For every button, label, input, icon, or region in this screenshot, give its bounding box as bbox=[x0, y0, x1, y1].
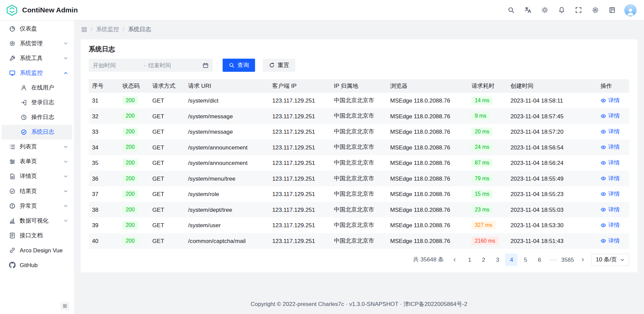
sidebar-item-system-tools[interactable]: 系统工具 bbox=[2, 51, 72, 66]
search-button[interactable] bbox=[504, 3, 518, 16]
pagination-next-button[interactable] bbox=[577, 254, 588, 266]
page-button-6[interactable]: 6 bbox=[533, 254, 546, 266]
reset-button[interactable]: 重置 bbox=[263, 59, 296, 72]
column-header: 请求耗时 bbox=[468, 79, 507, 92]
page-ellipsis[interactable]: ··· bbox=[547, 254, 560, 266]
footer-copyright: Copyright © 2022-present Charles7c · v1.… bbox=[74, 297, 644, 314]
sidebar-item-result-page[interactable]: 结果页 bbox=[2, 184, 72, 199]
sidebar-item-system-monitor[interactable]: 系统监控 bbox=[2, 66, 72, 80]
bell-button[interactable] bbox=[555, 3, 568, 16]
cell-status: 200 bbox=[119, 93, 149, 109]
sidebar-item-detail-page[interactable]: 详情页 bbox=[2, 169, 72, 184]
sidebar-item-api-doc[interactable]: 接口文档 bbox=[2, 228, 72, 243]
detail-link[interactable]: 详情 bbox=[600, 97, 620, 104]
column-header: 状态码 bbox=[119, 79, 149, 92]
table-row: 34200GET/system/announcement123.117.129.… bbox=[89, 139, 629, 155]
fullscreen-button[interactable] bbox=[572, 3, 585, 16]
sidebar-item-arco-design-vue[interactable]: Arco Design Vue bbox=[2, 243, 72, 258]
cell-browser: MSEdge 118.0.2088.76 bbox=[387, 139, 468, 155]
breadcrumb-item-system-monitor[interactable]: 系统监控 bbox=[96, 26, 119, 33]
sidebar-subitem-login-log[interactable]: 登录日志 bbox=[2, 95, 72, 110]
cell-status: 200 bbox=[119, 217, 149, 233]
cell-uri: /system/announcement bbox=[185, 155, 269, 171]
cell-action: 详情 bbox=[597, 217, 629, 233]
cell-duration: 9 ms bbox=[468, 108, 507, 124]
cell-browser: MSEdge 118.0.2088.76 bbox=[387, 108, 468, 124]
search-icon bbox=[507, 7, 515, 14]
sidebar-item-system-management[interactable]: 系统管理 bbox=[2, 36, 72, 51]
cell-uri: /system/message bbox=[185, 108, 269, 124]
detail-link[interactable]: 详情 bbox=[600, 112, 620, 120]
detail-link[interactable]: 详情 bbox=[600, 128, 620, 135]
cell-duration: 327 ms bbox=[468, 217, 507, 233]
page-button-4[interactable]: 4 bbox=[505, 254, 518, 266]
cell-action: 详情 bbox=[597, 155, 629, 171]
eye-icon bbox=[600, 129, 606, 134]
cell-browser: MSEdge 118.0.2088.76 bbox=[387, 124, 468, 140]
cell-browser: MSEdge 118.0.2088.76 bbox=[387, 93, 468, 109]
cell-location: 中国北京北京市 bbox=[331, 186, 387, 202]
sidebar-subitem-online-user[interactable]: 在线用户 bbox=[2, 80, 72, 95]
sidebar-subitem-operation-log[interactable]: 操作日志 bbox=[2, 110, 72, 125]
page-size-select[interactable]: 10 条/页 bbox=[591, 254, 629, 266]
column-header: 序号 bbox=[89, 79, 119, 92]
sidebar-item-form-page[interactable]: 表单页 bbox=[2, 154, 72, 169]
cell-action: 详情 bbox=[597, 108, 629, 124]
sidebar-item-list-page[interactable]: 列表页 bbox=[2, 139, 72, 154]
breadcrumb-separator: / bbox=[91, 26, 93, 33]
github-icon bbox=[9, 262, 16, 268]
page-button-3[interactable]: 3 bbox=[491, 254, 504, 266]
system-log-icon bbox=[20, 129, 27, 135]
page-button-1[interactable]: 1 bbox=[464, 254, 476, 266]
column-header: 操作 bbox=[597, 79, 629, 92]
duration-badge: 327 ms bbox=[472, 221, 496, 229]
cell-duration: 24 ms bbox=[468, 139, 507, 155]
page-button-3565[interactable]: 3565 bbox=[561, 254, 574, 266]
status-badge: 200 bbox=[122, 143, 138, 151]
cell-created: 2023-11-04 18:55:49 bbox=[507, 171, 597, 186]
translate-button[interactable] bbox=[521, 3, 534, 16]
user-avatar[interactable] bbox=[624, 4, 637, 16]
exception-icon bbox=[9, 203, 16, 209]
cell-seq: 31 bbox=[89, 93, 119, 109]
sidebar-collapse-button[interactable] bbox=[61, 302, 69, 310]
sidebar-subitem-system-log[interactable]: 系统日志 bbox=[2, 125, 72, 139]
detail-link[interactable]: 详情 bbox=[600, 159, 620, 166]
chevron-down-icon bbox=[620, 257, 625, 262]
sidebar-item-dashboard[interactable]: 仪表盘 bbox=[2, 21, 72, 36]
book-button[interactable] bbox=[605, 3, 619, 16]
date-range-picker[interactable]: - bbox=[89, 59, 213, 72]
settings-button[interactable] bbox=[589, 3, 602, 16]
start-time-input[interactable] bbox=[93, 62, 141, 69]
page-button-2[interactable]: 2 bbox=[477, 254, 490, 266]
detail-link[interactable]: 详情 bbox=[600, 237, 620, 244]
table-row: 37200GET/system/role123.117.129.251中国北京北… bbox=[89, 186, 629, 202]
status-badge: 200 bbox=[122, 205, 138, 213]
brand[interactable]: ContiNew Admin bbox=[6, 4, 78, 16]
search-icon bbox=[229, 62, 234, 68]
cell-uri: /system/dict bbox=[185, 93, 269, 109]
cell-seq: 35 bbox=[89, 155, 119, 171]
cell-created: 2023-11-04 18:57:20 bbox=[507, 124, 597, 140]
cell-browser: MSEdge 118.0.2088.76 bbox=[387, 155, 468, 171]
cell-location: 中国北京北京市 bbox=[331, 108, 387, 124]
book-icon bbox=[608, 7, 615, 14]
detail-link[interactable]: 详情 bbox=[600, 206, 620, 213]
detail-link[interactable]: 详情 bbox=[600, 175, 620, 182]
detail-link[interactable]: 详情 bbox=[600, 190, 620, 198]
sidebar-item-data-visualization[interactable]: 数据可视化 bbox=[2, 213, 72, 228]
end-time-input[interactable] bbox=[148, 62, 197, 69]
cell-action: 详情 bbox=[597, 186, 629, 202]
chevron-down-icon bbox=[63, 144, 68, 149]
sidebar-item-exception-page[interactable]: 异常页 bbox=[2, 199, 72, 213]
search-button[interactable]: 查询 bbox=[223, 59, 255, 72]
page-button-5[interactable]: 5 bbox=[519, 254, 532, 266]
cell-created: 2023-11-04 18:53:30 bbox=[507, 217, 597, 233]
detail-link[interactable]: 详情 bbox=[600, 143, 620, 151]
theme-button[interactable] bbox=[538, 3, 551, 16]
cell-seq: 34 bbox=[89, 139, 119, 155]
pagination-prev-button[interactable] bbox=[449, 254, 460, 266]
detail-link[interactable]: 详情 bbox=[600, 222, 620, 229]
sidebar-item-github[interactable]: GitHub bbox=[2, 258, 72, 272]
sidebar: 仪表盘系统管理系统工具系统监控在线用户登录日志操作日志系统日志列表页表单页详情页… bbox=[0, 20, 74, 314]
